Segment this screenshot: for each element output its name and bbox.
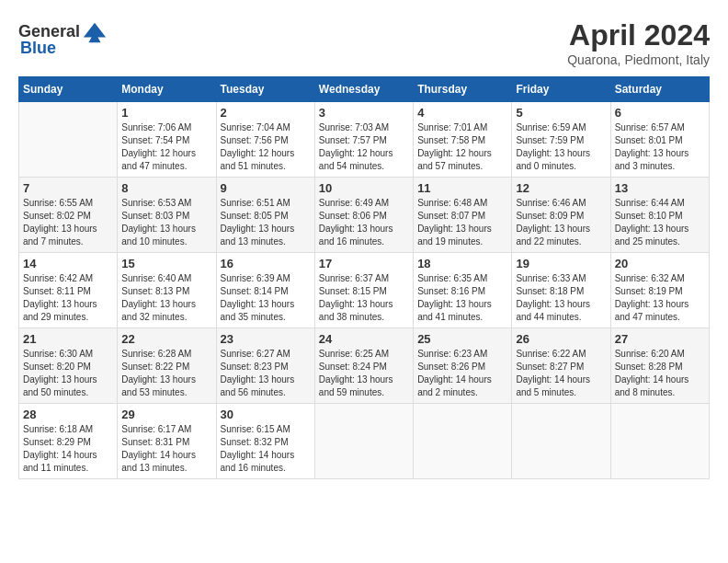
month-title: April 2024 xyxy=(567,18,710,52)
calendar-week-4: 21Sunrise: 6:30 AM Sunset: 8:20 PM Dayli… xyxy=(19,328,710,404)
day-number: 18 xyxy=(417,257,507,270)
day-number: 20 xyxy=(615,257,705,270)
calendar-cell: 24Sunrise: 6:25 AM Sunset: 8:24 PM Dayli… xyxy=(314,328,413,404)
day-info: Sunrise: 6:22 AM Sunset: 8:27 PM Dayligh… xyxy=(516,348,606,399)
weekday-friday: Friday xyxy=(512,77,610,102)
calendar-cell: 17Sunrise: 6:37 AM Sunset: 8:15 PM Dayli… xyxy=(314,253,413,328)
day-number: 7 xyxy=(23,181,113,195)
calendar-cell: 7Sunrise: 6:55 AM Sunset: 8:02 PM Daylig… xyxy=(19,178,118,253)
calendar-week-5: 28Sunrise: 6:18 AM Sunset: 8:29 PM Dayli… xyxy=(19,404,710,479)
day-info: Sunrise: 6:39 AM Sunset: 8:14 PM Dayligh… xyxy=(221,272,311,324)
calendar-cell: 15Sunrise: 6:40 AM Sunset: 8:13 PM Dayli… xyxy=(118,253,216,328)
calendar-cell: 14Sunrise: 6:42 AM Sunset: 8:11 PM Dayli… xyxy=(19,253,118,328)
day-number: 15 xyxy=(121,257,211,270)
calendar-cell: 8Sunrise: 6:53 AM Sunset: 8:03 PM Daylig… xyxy=(118,178,216,253)
location: Quarona, Piedmont, Italy xyxy=(567,52,710,67)
calendar-table: SundayMondayTuesdayWednesdayThursdayFrid… xyxy=(18,76,710,479)
weekday-monday: Monday xyxy=(118,77,216,102)
day-info: Sunrise: 6:40 AM Sunset: 8:13 PM Dayligh… xyxy=(121,272,211,324)
calendar-cell: 19Sunrise: 6:33 AM Sunset: 8:18 PM Dayli… xyxy=(512,253,610,328)
day-info: Sunrise: 7:03 AM Sunset: 7:57 PM Dayligh… xyxy=(319,121,409,173)
calendar-cell: 6Sunrise: 6:57 AM Sunset: 8:01 PM Daylig… xyxy=(610,102,709,178)
calendar-cell: 12Sunrise: 6:46 AM Sunset: 8:09 PM Dayli… xyxy=(512,178,610,253)
day-info: Sunrise: 7:01 AM Sunset: 7:58 PM Dayligh… xyxy=(417,121,507,173)
calendar-cell xyxy=(512,404,610,479)
day-info: Sunrise: 6:55 AM Sunset: 8:02 PM Dayligh… xyxy=(23,197,113,248)
day-number: 28 xyxy=(23,408,113,421)
calendar-cell: 26Sunrise: 6:22 AM Sunset: 8:27 PM Dayli… xyxy=(512,328,610,404)
day-info: Sunrise: 6:53 AM Sunset: 8:03 PM Dayligh… xyxy=(121,197,211,248)
day-info: Sunrise: 6:18 AM Sunset: 8:29 PM Dayligh… xyxy=(23,423,113,475)
calendar-cell: 18Sunrise: 6:35 AM Sunset: 8:16 PM Dayli… xyxy=(414,253,512,328)
calendar-cell: 4Sunrise: 7:01 AM Sunset: 7:58 PM Daylig… xyxy=(414,102,512,178)
calendar-cell: 28Sunrise: 6:18 AM Sunset: 8:29 PM Dayli… xyxy=(19,404,118,479)
calendar-cell: 13Sunrise: 6:44 AM Sunset: 8:10 PM Dayli… xyxy=(610,178,709,253)
weekday-header-row: SundayMondayTuesdayWednesdayThursdayFrid… xyxy=(19,77,710,102)
day-info: Sunrise: 6:20 AM Sunset: 8:28 PM Dayligh… xyxy=(615,348,705,399)
page-header: General Blue April 2024 Quarona, Piedmon… xyxy=(18,18,710,67)
calendar-cell: 3Sunrise: 7:03 AM Sunset: 7:57 PM Daylig… xyxy=(314,102,413,178)
day-number: 1 xyxy=(121,106,211,120)
calendar-cell: 21Sunrise: 6:30 AM Sunset: 8:20 PM Dayli… xyxy=(19,328,118,404)
day-info: Sunrise: 7:06 AM Sunset: 7:54 PM Dayligh… xyxy=(121,121,211,173)
logo: General Blue xyxy=(18,18,108,58)
calendar-cell: 10Sunrise: 6:49 AM Sunset: 8:06 PM Dayli… xyxy=(314,178,413,253)
day-number: 2 xyxy=(221,106,311,120)
day-number: 13 xyxy=(615,181,705,195)
calendar-cell xyxy=(414,404,512,479)
day-number: 5 xyxy=(516,106,606,120)
day-number: 12 xyxy=(516,181,606,195)
day-number: 11 xyxy=(417,181,507,195)
day-info: Sunrise: 6:23 AM Sunset: 8:26 PM Dayligh… xyxy=(417,348,507,399)
calendar-cell xyxy=(314,404,413,479)
day-info: Sunrise: 6:57 AM Sunset: 8:01 PM Dayligh… xyxy=(615,121,705,173)
calendar-week-2: 7Sunrise: 6:55 AM Sunset: 8:02 PM Daylig… xyxy=(19,178,710,253)
calendar-cell: 29Sunrise: 6:17 AM Sunset: 8:31 PM Dayli… xyxy=(118,404,216,479)
calendar-week-1: 1Sunrise: 7:06 AM Sunset: 7:54 PM Daylig… xyxy=(19,102,710,178)
day-number: 24 xyxy=(319,332,409,346)
calendar-cell: 5Sunrise: 6:59 AM Sunset: 7:59 PM Daylig… xyxy=(512,102,610,178)
day-info: Sunrise: 7:04 AM Sunset: 7:56 PM Dayligh… xyxy=(221,121,311,173)
day-info: Sunrise: 6:59 AM Sunset: 7:59 PM Dayligh… xyxy=(516,121,606,173)
day-info: Sunrise: 6:48 AM Sunset: 8:07 PM Dayligh… xyxy=(417,197,507,248)
day-number: 8 xyxy=(121,181,211,195)
day-number: 22 xyxy=(121,332,211,346)
calendar-cell: 25Sunrise: 6:23 AM Sunset: 8:26 PM Dayli… xyxy=(414,328,512,404)
day-info: Sunrise: 6:37 AM Sunset: 8:15 PM Dayligh… xyxy=(319,272,409,324)
day-info: Sunrise: 6:28 AM Sunset: 8:22 PM Dayligh… xyxy=(121,348,211,399)
calendar-body: 1Sunrise: 7:06 AM Sunset: 7:54 PM Daylig… xyxy=(19,102,710,479)
calendar-cell: 23Sunrise: 6:27 AM Sunset: 8:23 PM Dayli… xyxy=(216,328,314,404)
calendar-cell: 2Sunrise: 7:04 AM Sunset: 7:56 PM Daylig… xyxy=(216,102,314,178)
calendar-cell: 1Sunrise: 7:06 AM Sunset: 7:54 PM Daylig… xyxy=(118,102,216,178)
logo-icon xyxy=(82,18,108,44)
weekday-thursday: Thursday xyxy=(414,77,512,102)
calendar-cell: 9Sunrise: 6:51 AM Sunset: 8:05 PM Daylig… xyxy=(216,178,314,253)
day-info: Sunrise: 6:44 AM Sunset: 8:10 PM Dayligh… xyxy=(615,197,705,248)
calendar-cell: 27Sunrise: 6:20 AM Sunset: 8:28 PM Dayli… xyxy=(610,328,709,404)
title-section: April 2024 Quarona, Piedmont, Italy xyxy=(567,18,710,67)
calendar-week-3: 14Sunrise: 6:42 AM Sunset: 8:11 PM Dayli… xyxy=(19,253,710,328)
weekday-saturday: Saturday xyxy=(610,77,709,102)
day-number: 30 xyxy=(221,408,311,421)
calendar-cell xyxy=(19,102,118,178)
day-number: 4 xyxy=(417,106,507,120)
day-info: Sunrise: 6:51 AM Sunset: 8:05 PM Dayligh… xyxy=(221,197,311,248)
day-info: Sunrise: 6:49 AM Sunset: 8:06 PM Dayligh… xyxy=(319,197,409,248)
weekday-wednesday: Wednesday xyxy=(314,77,413,102)
day-number: 16 xyxy=(221,257,311,270)
day-info: Sunrise: 6:42 AM Sunset: 8:11 PM Dayligh… xyxy=(23,272,113,324)
day-number: 25 xyxy=(417,332,507,346)
day-number: 27 xyxy=(615,332,705,346)
calendar-cell: 22Sunrise: 6:28 AM Sunset: 8:22 PM Dayli… xyxy=(118,328,216,404)
day-info: Sunrise: 6:27 AM Sunset: 8:23 PM Dayligh… xyxy=(221,348,311,399)
calendar-cell: 16Sunrise: 6:39 AM Sunset: 8:14 PM Dayli… xyxy=(216,253,314,328)
day-info: Sunrise: 6:25 AM Sunset: 8:24 PM Dayligh… xyxy=(319,348,409,399)
day-number: 6 xyxy=(615,106,705,120)
day-number: 14 xyxy=(23,257,113,270)
day-info: Sunrise: 6:30 AM Sunset: 8:20 PM Dayligh… xyxy=(23,348,113,399)
day-number: 29 xyxy=(121,408,211,421)
day-number: 19 xyxy=(516,257,606,270)
weekday-sunday: Sunday xyxy=(19,77,118,102)
calendar-cell: 11Sunrise: 6:48 AM Sunset: 8:07 PM Dayli… xyxy=(414,178,512,253)
day-number: 26 xyxy=(516,332,606,346)
